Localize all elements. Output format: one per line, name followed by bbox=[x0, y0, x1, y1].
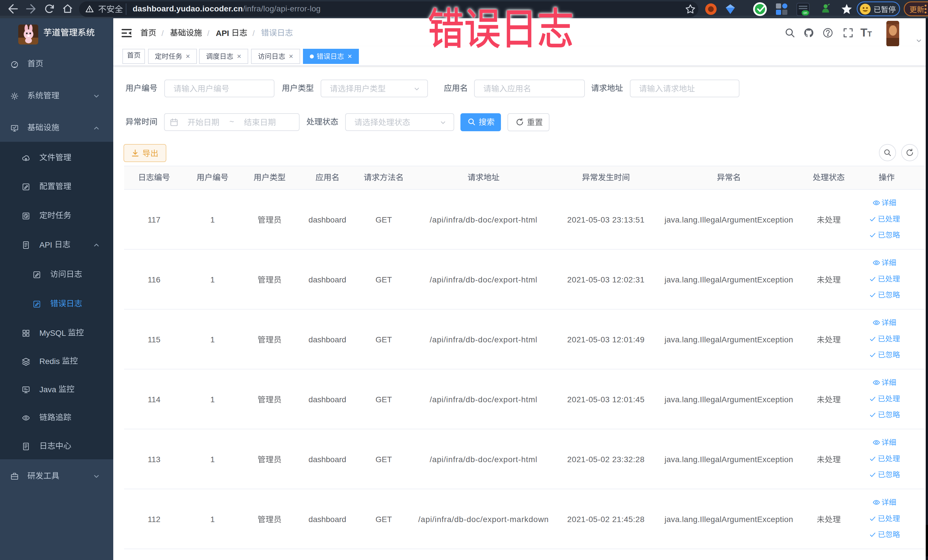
svg-text:on: on bbox=[803, 11, 807, 15]
